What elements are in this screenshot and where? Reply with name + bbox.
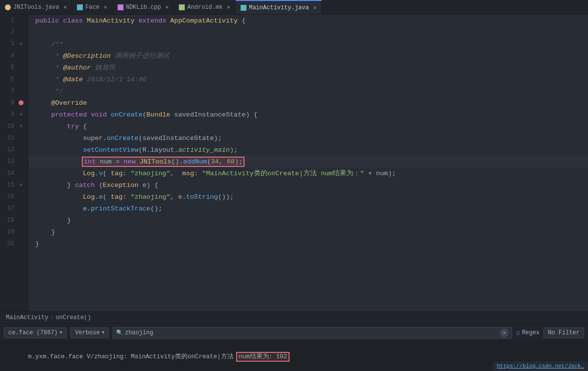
tab-icon-androidmk <box>179 4 185 10</box>
param-tag-14: tag: <box>111 170 126 177</box>
code-11: super. <box>35 135 107 142</box>
paren-9a: ( <box>143 111 147 118</box>
gutter-row-16: 16 <box>0 191 29 203</box>
editor-main: 1 2 3 ▼ 4 5 6 7 <box>0 15 588 311</box>
logcat-level-selector[interactable]: Verbose ▼ <box>71 327 109 338</box>
brace-10: { <box>83 123 87 130</box>
code-13d: ( <box>207 158 211 165</box>
tab-close-mainactivity[interactable]: ✕ <box>313 4 317 11</box>
code-15b: ( <box>99 182 103 189</box>
line-gutter: 1 2 3 ▼ 4 5 6 7 <box>0 15 29 311</box>
logcat-toolbar: ce.face (7867) ▼ Verbose ▼ 🔍 zhaojing ✕ … <box>0 324 588 342</box>
num-34: 34 <box>211 158 219 165</box>
tab-androidmk[interactable]: Android.mk ✕ <box>174 0 236 14</box>
line-number-3: 3 <box>0 41 17 47</box>
logcat-device-selector[interactable]: ce.face (7867) ▼ <box>4 327 67 338</box>
gutter-fold-9[interactable]: ▼ <box>17 112 25 117</box>
code-16d <box>126 193 130 201</box>
cmt-7: */ <box>35 88 63 95</box>
gutter-row-20: 20 <box>0 238 29 250</box>
code-13c: (). <box>171 158 183 165</box>
kw-void: void <box>91 111 111 118</box>
gutter-row-5: 5 <box>0 62 29 73</box>
fn-oncreate: onCreate <box>111 111 143 118</box>
gutter-fold-15[interactable]: ▼ <box>17 183 25 188</box>
line-number-15: 15 <box>0 182 17 188</box>
tab-close-face[interactable]: ✕ <box>104 4 107 10</box>
tab-label-face: Face <box>85 4 99 11</box>
breadcrumb-separator: › <box>50 314 53 321</box>
gutter-row-6: 6 <box>0 73 29 85</box>
cmt-4a: * <box>35 52 63 60</box>
code-line-3: /** <box>29 38 588 50</box>
tab-close-jnitools[interactable]: ✕ <box>64 4 67 10</box>
cmt-6b: 2018/12/1 14:46 <box>83 76 147 83</box>
regex-checkbox-row[interactable]: ☑ Regex <box>516 329 539 337</box>
cmt-3: /** <box>35 41 63 48</box>
code-15a: } <box>35 182 75 189</box>
gutter-fold-10[interactable]: ▼ <box>17 124 25 129</box>
gutter-fold-3[interactable]: ▼ <box>17 42 25 47</box>
code-line-13: int num = new JNITools().addNum(34, 68); <box>29 156 588 167</box>
line-number-9: 9 <box>0 111 17 118</box>
code-editor[interactable]: public class MainActivity extends AppCom… <box>29 15 588 311</box>
gutter-row-13: 13 <box>0 156 29 167</box>
kw-protected: protected <box>35 111 91 118</box>
code-14d <box>126 170 130 177</box>
kw-extends: extends <box>139 17 171 24</box>
breadcrumb-class[interactable]: MainActivity <box>6 314 48 321</box>
tab-close-ndklib[interactable]: ✕ <box>166 4 169 10</box>
gutter-row-18: 18 <box>0 214 29 226</box>
tab-icon-mainactivity <box>241 5 246 11</box>
code-line-15: } catch (Exception e) { <box>29 179 588 191</box>
code-13-highlight: int num = new JNITools().addNum(34, 68); <box>83 158 244 166</box>
code-17: e. <box>35 205 91 212</box>
logcat-no-filter-selector[interactable]: No Filter <box>543 327 584 338</box>
breadcrumb-method[interactable]: onCreate() <box>56 314 91 321</box>
fn-logv: v <box>99 170 103 177</box>
tab-ndklib[interactable]: NDKLib.cpp ✕ <box>113 0 174 14</box>
ann-description: @Description <box>63 52 111 60</box>
gutter-row-10: 10 ▼ <box>0 120 29 132</box>
search-clear-button[interactable]: ✕ <box>500 328 509 337</box>
line-number-2: 2 <box>0 29 17 36</box>
code-line-16: Log.e( tag: "zhaojing", e.toString()); <box>29 191 588 203</box>
line-number-16: 16 <box>0 193 17 200</box>
fn-oncreate-11: onCreate <box>107 135 139 142</box>
code-line-20: } <box>29 238 588 250</box>
tab-close-androidmk[interactable]: ✕ <box>227 4 230 10</box>
cmt-5b: 姚旭民 <box>91 63 115 72</box>
code-12b: (R.layout. <box>139 146 178 154</box>
tab-mainactivity[interactable]: MainActivity.java ✕ <box>236 0 322 14</box>
logcat-search-bar[interactable]: 🔍 zhaojing ✕ <box>113 327 512 339</box>
bottom-panel: ce.face (7867) ▼ Verbose ▼ 🔍 zhaojing ✕ … <box>0 324 588 371</box>
param-msg-14: msg: <box>182 170 198 177</box>
type-mainactivity: MainActivity <box>87 17 138 24</box>
search-icon: 🔍 <box>116 329 123 336</box>
gutter-row-17: 17 <box>0 203 29 214</box>
gutter-row-7: 7 <box>0 85 29 97</box>
gutter-row-8: 8 <box>0 97 29 109</box>
code-lines: public class MainActivity extends AppCom… <box>29 15 588 250</box>
code-14b: . <box>95 170 99 177</box>
code-line-19: } <box>29 226 588 238</box>
param-9: savedInstanceState) { <box>170 111 257 118</box>
code-line-11: super.onCreate(savedInstanceState); <box>29 132 588 144</box>
gutter-row-19: 19 <box>0 226 29 238</box>
code-line-12: setContentView(R.layout.activity_main); <box>29 144 588 156</box>
logcat-search-text: zhaojing <box>125 329 153 336</box>
code-line-17: e.printStackTrace(); <box>29 203 588 214</box>
tab-face[interactable]: Face ✕ <box>72 0 112 14</box>
cmt-6a: * <box>35 76 63 83</box>
gutter-row-11: 11 <box>0 132 29 144</box>
tab-jnitools[interactable]: JNITools.java ✕ <box>0 0 72 14</box>
tab-label-androidmk: Android.mk <box>187 4 222 11</box>
code-line-14: Log.v( tag: "zhaojing", msg: "MainActivi… <box>29 167 588 179</box>
watermark-link[interactable]: https://blog.csdn.net/Jack_ <box>493 361 588 371</box>
tab-icon-face <box>77 4 83 10</box>
ann-override: @Override <box>35 99 87 107</box>
line-number-1: 1 <box>0 17 17 24</box>
code-line-18: } <box>29 214 588 226</box>
code-16b: . <box>95 193 99 201</box>
breakpoint-8[interactable] <box>19 100 24 105</box>
